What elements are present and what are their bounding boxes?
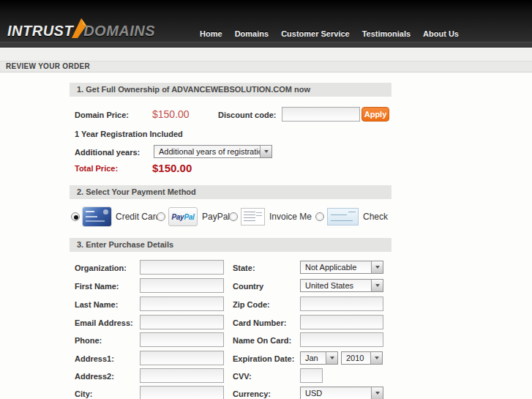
chevron-down-icon	[260, 146, 271, 157]
main-nav: Home Domains Customer Service Testimonia…	[200, 29, 459, 38]
invoice-radio[interactable]	[229, 212, 238, 221]
chevron-down-icon	[371, 261, 383, 273]
additional-years-selected-value: Additional years of registration	[154, 146, 271, 156]
cvv-field[interactable]	[300, 368, 323, 383]
first-name-field[interactable]	[140, 278, 224, 293]
name-on-card-label: Name On Card:	[233, 336, 291, 345]
breadcrumb: REVIEW YOUR ORDER	[6, 62, 90, 70]
phone-label: Phone:	[75, 336, 102, 345]
nav-item-domains[interactable]: Domains	[235, 29, 269, 38]
chevron-down-icon	[370, 352, 382, 364]
expiration-date-label: Expiration Date:	[233, 354, 294, 363]
payment-option-invoice[interactable]: Invoice Me	[229, 206, 312, 228]
domain-price-value: $150.00	[152, 108, 190, 120]
cvv-label: CVV:	[233, 372, 252, 381]
card-number-label: Card Number:	[233, 318, 286, 327]
check-icon	[327, 208, 359, 225]
address1-field[interactable]	[140, 351, 224, 365]
state-select[interactable]: Not Applicable	[300, 261, 383, 274]
registration-note: 1 Year Registration Included	[75, 130, 183, 138]
organization-field[interactable]	[140, 260, 224, 275]
domain-price-label: Domain Price:	[75, 111, 129, 119]
invoice-icon	[241, 208, 265, 225]
expiration-month-select[interactable]: Jan	[300, 351, 338, 365]
brand-logo[interactable]: INTRUST DOMAINS	[7, 15, 155, 40]
section-title-details: 3. Enter Purchase Details	[70, 238, 391, 252]
arrow-swoosh-icon	[70, 17, 88, 42]
additional-years-select[interactable]: Additional years of registration	[154, 145, 272, 158]
content-top-band	[0, 48, 532, 61]
city-field[interactable]	[140, 386, 224, 399]
additional-years-label: Additional years:	[75, 148, 140, 157]
credit-card-radio[interactable]	[71, 212, 80, 221]
address2-field[interactable]	[140, 368, 224, 383]
total-price-value: $150.00	[152, 162, 192, 174]
currency-label: Currency:	[233, 389, 271, 398]
email-address-label: Email Address:	[75, 318, 133, 327]
payment-option-label: PayPal	[202, 212, 230, 222]
paypal-radio[interactable]	[157, 212, 165, 221]
name-on-card-field[interactable]	[300, 332, 383, 347]
check-radio[interactable]	[315, 212, 324, 221]
address1-label: Address1:	[75, 354, 114, 363]
chevron-down-icon	[371, 280, 383, 291]
payment-option-paypal[interactable]: PayPal PayPal	[157, 206, 230, 228]
discount-code-label: Discount code:	[218, 111, 276, 119]
payment-option-credit-card[interactable]: Credit Card	[71, 206, 160, 228]
expiration-year-select[interactable]: 2010	[341, 351, 383, 365]
last-name-field[interactable]	[140, 297, 224, 311]
payment-option-check[interactable]: Check	[315, 206, 388, 228]
country-select[interactable]: United States	[300, 279, 383, 292]
zip-code-label: Zip Code:	[233, 300, 270, 309]
section-title-order: 1. Get Full Ownership of ADVANCEWEBSOLUT…	[70, 83, 391, 97]
address2-label: Address2:	[75, 372, 114, 381]
chevron-down-icon	[326, 352, 337, 364]
discount-code-input[interactable]	[282, 107, 360, 122]
organization-label: Organization:	[75, 264, 127, 272]
first-name-label: First Name:	[75, 282, 119, 291]
nav-item-testimonials[interactable]: Testimonials	[362, 29, 411, 38]
card-number-field[interactable]	[300, 315, 383, 329]
brand-name-right: DOMAINS	[83, 23, 155, 40]
country-label: Country	[233, 282, 263, 291]
paypal-icon: PayPal	[168, 207, 198, 226]
payment-option-label: Check	[363, 212, 388, 222]
order-review-page: INTRUST DOMAINS Home Domains Customer Se…	[0, 0, 532, 399]
currency-select[interactable]: USD	[300, 387, 383, 399]
nav-item-about-us[interactable]: About Us	[423, 29, 459, 38]
total-price-label: Total Price:	[75, 164, 118, 173]
apply-button[interactable]: Apply	[361, 107, 389, 122]
nav-item-customer-service[interactable]: Customer Service	[281, 29, 350, 38]
nav-item-home[interactable]: Home	[200, 29, 222, 38]
credit-card-icon	[83, 207, 111, 226]
header-subbar	[0, 42, 532, 48]
phone-field[interactable]	[140, 332, 224, 347]
brand-name-left: INTRUST	[7, 23, 73, 40]
payment-option-label: Invoice Me	[269, 212, 312, 222]
email-address-field[interactable]	[140, 315, 224, 329]
payment-option-label: Credit Card	[116, 212, 160, 222]
chevron-down-icon	[371, 387, 383, 399]
city-label: City:	[75, 389, 92, 398]
site-header: INTRUST DOMAINS Home Domains Customer Se…	[0, 0, 532, 42]
state-label: State:	[233, 264, 255, 272]
zip-code-field[interactable]	[300, 297, 383, 311]
section-title-payment: 2. Select Your Payment Method	[70, 185, 391, 199]
last-name-label: Last Name:	[75, 300, 118, 309]
